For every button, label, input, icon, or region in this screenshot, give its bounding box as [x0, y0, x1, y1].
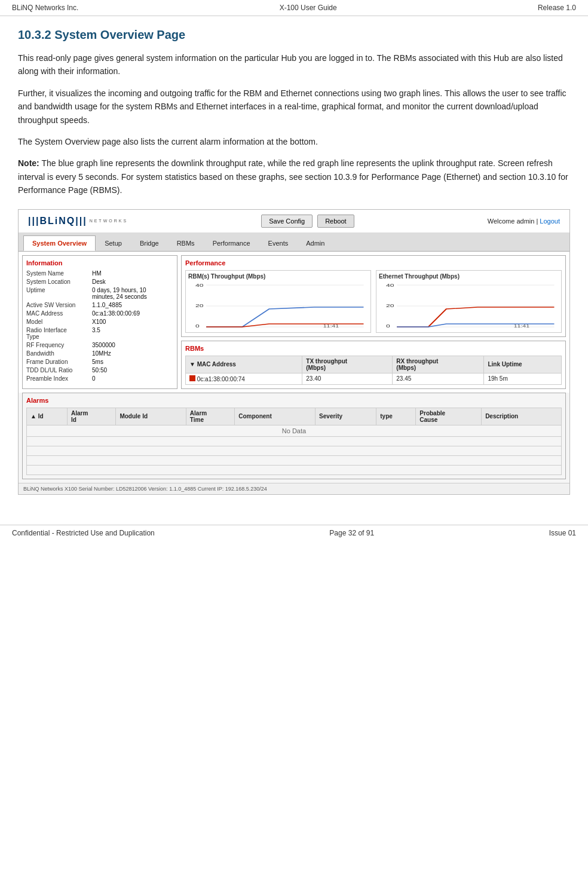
info-value-model: X100: [92, 319, 106, 325]
logo-text: |||BLiNQ|||: [28, 216, 87, 226]
info-row-system-name: System Name HM: [26, 270, 173, 277]
paragraph-2: Further, it visualizes the incoming and …: [18, 87, 570, 127]
performance-panel-title: Performance: [185, 259, 562, 267]
info-row-bandwidth: Bandwidth 10MHz: [26, 350, 173, 357]
info-row-rf-freq: RF Frequency 3500000: [26, 342, 173, 348]
sort-icon[interactable]: ▼: [189, 361, 195, 368]
alarms-panel: Alarms ▲ Id AlarmId Module Id AlarmTime …: [22, 393, 566, 479]
tab-admin[interactable]: Admin: [297, 235, 333, 251]
footer-right: Issue 01: [549, 529, 576, 537]
alarms-no-data: No Data: [27, 425, 562, 436]
doc-footer: Confidential - Restricted Use and Duplic…: [0, 525, 588, 541]
rbms-col-tx: TX throughput(Mbps): [302, 356, 393, 373]
alarms-col-description: Description: [482, 408, 562, 425]
info-value-preamble: 0: [92, 375, 96, 382]
paragraph-3: The System Overview page also lists the …: [18, 135, 570, 148]
info-value-sw-version: 1.1.0_4885: [92, 302, 122, 308]
doc-title: X-100 User Guide: [280, 4, 337, 12]
reboot-button[interactable]: Reboot: [317, 215, 354, 228]
info-row-mac: MAC Address 0c:a1:38:00:00:69: [26, 310, 173, 317]
svg-text:0: 0: [195, 323, 200, 328]
info-label-model: Model: [26, 319, 92, 325]
info-value-radio-type: 3.5: [92, 327, 100, 340]
rbms-mac-cell: 0c:a1:38:00:00:74: [186, 373, 302, 384]
info-row-frame-duration: Frame Duration 5ms: [26, 359, 173, 365]
rbms-panel: RBMs ▼ MAC Address TX throughput(Mbps) R…: [181, 341, 566, 389]
screenshot: |||BLiNQ||| NETWORKS Save Config Reboot …: [18, 209, 570, 495]
performance-panel: Performance RBM(s) Throughput (Mbps) 40 …: [181, 255, 566, 337]
info-row-model: Model X100: [26, 319, 173, 325]
alarms-col-severity: Severity: [316, 408, 376, 425]
svg-text:40: 40: [195, 282, 204, 287]
info-label-uptime: Uptime: [26, 287, 92, 300]
rbm-throughput-graph: RBM(s) Throughput (Mbps) 40 20 0: [185, 270, 371, 333]
tab-events[interactable]: Events: [259, 235, 298, 251]
info-value-location: Desk: [92, 278, 106, 285]
note-text: The blue graph line represents the downl…: [18, 158, 568, 195]
app-buttons: Save Config Reboot: [261, 215, 354, 228]
logo-networks: NETWORKS: [90, 219, 128, 223]
save-config-button[interactable]: Save Config: [261, 215, 313, 228]
logo: |||BLiNQ||| NETWORKS: [28, 216, 128, 226]
rbms-uptime-value: 19h 5m: [484, 373, 562, 384]
tab-bridge[interactable]: Bridge: [131, 235, 168, 251]
ethernet-graph-area: 40 20 0: [379, 282, 559, 330]
app-footer: BLiNQ Networks X100 Serial Number: LD528…: [19, 483, 569, 494]
info-label-frame-duration: Frame Duration: [26, 359, 92, 365]
tab-setup[interactable]: Setup: [96, 235, 131, 251]
ethernet-graph-svg: 40 20 0: [379, 282, 559, 330]
logo-area: |||BLiNQ||| NETWORKS: [28, 216, 128, 226]
rbms-panel-title: RBMs: [185, 345, 562, 352]
info-row-uptime: Uptime 0 days, 19 hours, 10minutes, 24 s…: [26, 287, 173, 300]
note-paragraph: Note: The blue graph line represents the…: [18, 157, 570, 197]
alarms-col-probable-cause: ProbableCause: [416, 408, 482, 425]
ethernet-throughput-graph: Ethernet Throughput (Mbps) 40 20 0: [376, 270, 562, 333]
ethernet-graph-title: Ethernet Throughput (Mbps): [379, 273, 559, 280]
info-row-radio-type: Radio InterfaceType 3.5: [26, 327, 173, 340]
info-value-system-name: HM: [92, 270, 102, 277]
svg-text:0: 0: [386, 323, 390, 328]
svg-text:40: 40: [386, 282, 394, 287]
tab-performance[interactable]: Performance: [204, 235, 259, 251]
footer-center: Page 32 of 91: [329, 529, 374, 537]
welcome-area: Welcome admin | Logout: [488, 218, 560, 225]
footer-left: Confidential - Restricted Use and Duplic…: [12, 529, 155, 537]
info-label-mac: MAC Address: [26, 310, 92, 317]
info-label-preamble: Preamble Index: [26, 375, 92, 382]
alarms-col-id: ▲ Id: [27, 408, 68, 425]
panels-row: Information System Name HM System Locati…: [19, 252, 569, 393]
info-panel: Information System Name HM System Locati…: [22, 255, 177, 389]
rbms-mac-value: 0c:a1:38:00:00:74: [197, 376, 245, 382]
info-row-location: System Location Desk: [26, 278, 173, 285]
alarms-table: ▲ Id AlarmId Module Id AlarmTime Compone…: [26, 408, 562, 475]
perf-graphs: RBM(s) Throughput (Mbps) 40 20 0: [185, 270, 562, 333]
info-label-tdd: TDD DL/UL Ratio: [26, 367, 92, 373]
rbm-graph-title: RBM(s) Throughput (Mbps): [188, 273, 368, 280]
alarms-no-data-row: No Data: [27, 425, 562, 436]
info-value-uptime: 0 days, 19 hours, 10minutes, 24 seconds: [92, 287, 147, 300]
svg-text:20: 20: [386, 302, 394, 308]
rbm-color-indicator: [189, 375, 195, 381]
alarms-table-header: ▲ Id AlarmId Module Id AlarmTime Compone…: [27, 408, 562, 425]
rbms-table: ▼ MAC Address TX throughput(Mbps) RX thr…: [185, 356, 562, 385]
tab-rbms[interactable]: RBMs: [168, 235, 204, 251]
rbm-graph-svg: 40 20 0: [188, 282, 368, 330]
section-heading: 10.3.2 System Overview Page: [18, 28, 570, 42]
rbms-col-uptime: Link Uptime: [484, 356, 562, 373]
info-label-rf-freq: RF Frequency: [26, 342, 92, 348]
rbms-tx-value: 23.40: [302, 373, 393, 384]
info-row-tdd: TDD DL/UL Ratio 50:50: [26, 367, 173, 373]
info-label-location: System Location: [26, 278, 92, 285]
logout-link[interactable]: Logout: [540, 218, 560, 225]
info-value-mac: 0c:a1:38:00:00:69: [92, 310, 140, 317]
tab-system-overview[interactable]: System Overview: [23, 235, 96, 251]
logo-sub: NETWORKS: [90, 219, 128, 223]
rbms-table-header: ▼ MAC Address TX throughput(Mbps) RX thr…: [186, 356, 562, 373]
info-panel-title: Information: [26, 259, 173, 267]
right-panels: Performance RBM(s) Throughput (Mbps) 40 …: [181, 252, 569, 393]
rbms-table-row: 0c:a1:38:00:00:74 23.40 23.45 19h 5m: [186, 373, 562, 384]
doc-company: BLiNQ Networks Inc.: [12, 4, 78, 12]
alarms-empty-row-1: [27, 436, 562, 446]
info-label-bandwidth: Bandwidth: [26, 350, 92, 357]
alarms-panel-title: Alarms: [26, 397, 562, 404]
